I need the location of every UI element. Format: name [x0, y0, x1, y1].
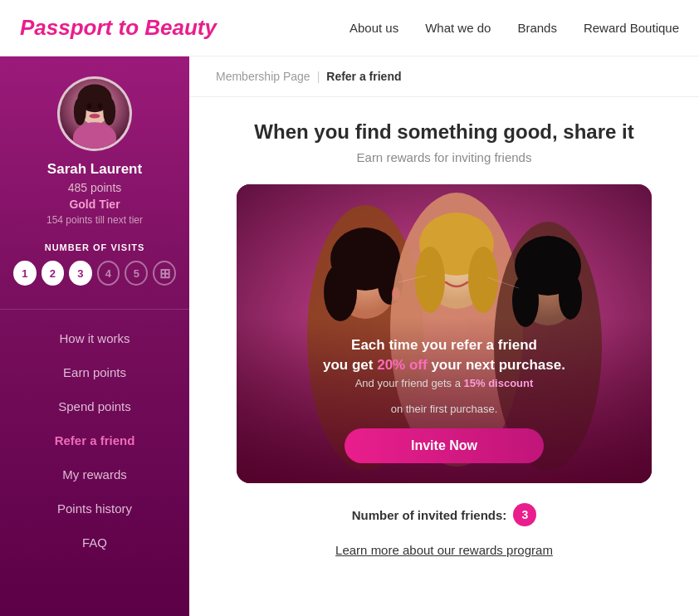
- invite-now-button[interactable]: Invite Now: [345, 428, 544, 463]
- svg-point-6: [98, 103, 103, 109]
- svg-point-14: [324, 263, 357, 321]
- hero-line3-pre: And your friend gets a: [355, 377, 464, 389]
- visit-dots: 1 2 3 4 5 ⊞: [13, 261, 176, 286]
- hero-card: Each time you refer a friend you get 20%…: [237, 184, 652, 483]
- hero-line2: you get 20% off your next purchase.: [257, 357, 632, 374]
- hero-line2-post: your next purchase.: [428, 357, 565, 373]
- invited-count-row: Number of invited friends: 3: [216, 503, 672, 526]
- avatar: [57, 76, 132, 151]
- invited-label: Number of invited friends:: [352, 508, 507, 522]
- sidebar-item-my-rewards[interactable]: My rewards: [0, 459, 189, 490]
- header: Passport to Beauty About us What we do B…: [0, 0, 699, 56]
- hero-line3b: on their first purchase.: [257, 403, 632, 415]
- visits-section: NUMBER OF VISITS 1 2 3 4 5 ⊞: [0, 242, 189, 286]
- nav-what-we-do[interactable]: What we do: [425, 21, 491, 35]
- svg-point-5: [87, 103, 92, 109]
- user-tier: Gold Tier: [69, 198, 120, 211]
- invited-count-badge: 3: [513, 503, 536, 526]
- hero-line2-pre: you get: [323, 357, 377, 373]
- breadcrumb-separator: |: [317, 70, 320, 83]
- user-points: 485 points: [68, 181, 122, 194]
- nav-about[interactable]: About us: [350, 21, 398, 35]
- sidebar-item-points-history[interactable]: Points history: [0, 493, 189, 524]
- main-content: Membership Page | Refer a friend When yo…: [189, 56, 699, 616]
- visit-dot-3: 3: [69, 261, 92, 286]
- sidebar-divider: [0, 309, 189, 310]
- user-name: Sarah Laurent: [47, 161, 142, 178]
- page-title: When you find something good, share it: [216, 120, 672, 144]
- svg-point-26: [559, 273, 582, 320]
- visit-dot-1: 1: [13, 261, 37, 286]
- main-layout: Sarah Laurent 485 points Gold Tier 154 p…: [0, 56, 699, 616]
- visit-dot-5: 5: [125, 261, 148, 286]
- visit-dot-2: 2: [42, 261, 65, 286]
- sidebar-item-refer-friend[interactable]: Refer a friend: [0, 425, 189, 456]
- svg-point-7: [89, 114, 100, 119]
- svg-point-3: [74, 97, 86, 125]
- hero-line3-highlight: 15% discount: [464, 377, 534, 389]
- sidebar: Sarah Laurent 485 points Gold Tier 154 p…: [0, 56, 189, 616]
- visits-label: NUMBER OF VISITS: [13, 242, 176, 252]
- page-subtitle: Earn rewards for inviting friends: [216, 150, 672, 164]
- content-body: When you find something good, share it E…: [189, 97, 699, 580]
- breadcrumb: Membership Page | Refer a friend: [189, 56, 699, 97]
- svg-point-20: [415, 247, 445, 313]
- sidebar-item-how-it-works[interactable]: How it works: [0, 323, 189, 354]
- nav-brands[interactable]: Brands: [517, 21, 557, 35]
- sidebar-item-spend-points[interactable]: Spend points: [0, 391, 189, 422]
- nav-reward-boutique[interactable]: Reward Boutique: [584, 21, 679, 35]
- avatar-image: [60, 76, 130, 151]
- sidebar-nav: How it works Earn points Spend points Re…: [0, 323, 189, 558]
- svg-point-4: [103, 97, 115, 125]
- breadcrumb-current: Refer a friend: [326, 70, 401, 83]
- till-next-tier: 154 points till next tier: [46, 214, 143, 226]
- visit-dot-4: 4: [97, 261, 120, 286]
- hero-line2-highlight: 20% off: [377, 357, 427, 373]
- logo[interactable]: Passport to Beauty: [20, 15, 217, 41]
- sidebar-item-faq[interactable]: FAQ: [0, 527, 189, 558]
- sidebar-item-earn-points[interactable]: Earn points: [0, 357, 189, 388]
- rewards-program-link[interactable]: Learn more about our rewards program: [216, 543, 672, 557]
- visit-dot-grid: ⊞: [153, 261, 176, 286]
- breadcrumb-link[interactable]: Membership Page: [216, 70, 310, 83]
- hero-overlay: Each time you refer a friend you get 20%…: [237, 317, 652, 483]
- main-nav: About us What we do Brands Reward Boutiq…: [350, 21, 679, 35]
- hero-line1: Each time you refer a friend: [257, 337, 632, 354]
- hero-line3: And your friend gets a 15% discount: [257, 377, 632, 389]
